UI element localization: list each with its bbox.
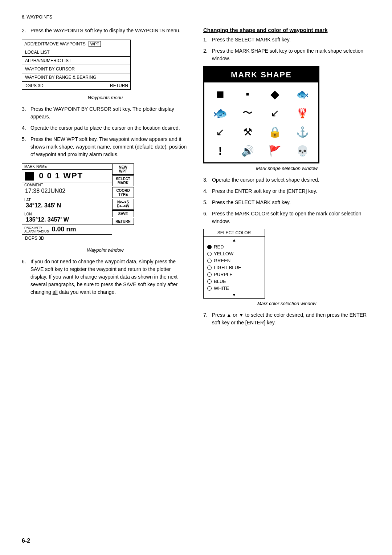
mark-name-row: MARK NAME	[22, 164, 112, 170]
comment-label: COMMENT	[22, 182, 112, 187]
radio-white	[207, 286, 212, 291]
select-mark-btn[interactable]: SELECTMARK	[112, 175, 134, 186]
waypoints-menu-caption: Waypoints menu	[22, 95, 189, 100]
shape-icon-4: 🐟	[290, 86, 315, 102]
arrow-down: ▼	[204, 292, 265, 298]
page-header: 6. WAYPOINTS	[22, 15, 370, 20]
step-3: 3. Press the WAYPOINT BY CURSOR soft key…	[22, 105, 189, 121]
shape-icon-13: !	[208, 143, 233, 159]
shape-icon-2: ▪	[236, 86, 260, 102]
right-step-1: 1. Press the SELECT MARK soft key.	[203, 36, 370, 44]
lon-row: LON 135°12. 3457' W	[22, 210, 112, 224]
coord-type-btn[interactable]: COORDTYPE	[112, 187, 134, 198]
color-white: WHITE	[204, 285, 265, 292]
section-heading: Changing the shape and color of waypoint…	[203, 27, 370, 33]
color-green: GREEN	[204, 257, 265, 264]
color-yellow: YELLOW	[204, 250, 265, 257]
radio-yellow	[207, 252, 212, 256]
arrow-up: ▲	[204, 237, 265, 243]
shape-icon-16: 💀	[290, 143, 315, 159]
menu-item-alpha: ALPHA/NUMERIC LIST	[22, 57, 130, 65]
color-blue: BLUE	[204, 278, 265, 285]
color-red: RED	[204, 243, 265, 250]
radio-light-blue	[207, 266, 212, 270]
menu-item-local-list: LOCAL LIST	[22, 48, 130, 57]
waypoint-name: 0 0 1 WPT	[22, 170, 112, 182]
step-2: 2. Press the WAYPOINTS soft key to displ…	[22, 27, 189, 35]
step-5: 5. Press the NEW WPT soft key. The waypo…	[22, 135, 189, 158]
mark-shape-box: MARK SHAPE ■ ▪ ◆ 🐟 🐟 〜 ↙ 🦞 ↙ ⚒ 🔒 ⚓ !	[203, 66, 319, 163]
shape-icon-9: ↙	[208, 124, 233, 140]
color-light-blue: LIGHT BLUE	[204, 264, 265, 271]
right-step-3: 3. Operate the cursor pad to select shap…	[203, 176, 370, 184]
select-color-caption: Mark color selection window	[203, 301, 370, 306]
shape-icon-1: ■	[208, 86, 233, 102]
radio-purple	[207, 272, 212, 277]
proximity-row: PROXIMITYALARM RADIUS 0.00 nm	[22, 224, 112, 235]
wpt-footer: DGPS 3D	[22, 235, 112, 242]
mark-shape-title: MARK SHAPE	[204, 67, 318, 82]
shape-icon-5: 🐟	[208, 105, 233, 121]
mark-shape-grid: ■ ▪ ◆ 🐟 🐟 〜 ↙ 🦞 ↙ ⚒ 🔒 ⚓ ! 🔊 🚩 💀	[204, 82, 318, 162]
lat-row: LAT 34°12. 345' N	[22, 196, 112, 210]
menu-item-range: WAYPOINT BY RANGE & BEARING	[22, 73, 130, 82]
mark-shape-caption: Mark shape selection window	[203, 166, 370, 171]
menu-header: ADD/EDIT/MOVE WAYPOINTS WPT	[22, 40, 130, 48]
right-step-6: 6. Press the MARK COLOR soft key to open…	[203, 210, 370, 225]
ns-ew-btn[interactable]: N<-->SE<-->W	[112, 199, 134, 210]
shape-icon-15: 🚩	[263, 143, 287, 159]
return-btn[interactable]: RETURN	[112, 218, 134, 225]
right-step-7: 7. Press ▲ or ▼ to select the color desi…	[203, 311, 370, 327]
shape-icon-12: ⚓	[290, 124, 315, 140]
shape-icon-11: 🔒	[263, 124, 287, 140]
shape-icon-7: ↙	[263, 105, 287, 121]
radio-red	[207, 245, 212, 249]
shape-icon-14: 🔊	[236, 143, 260, 159]
right-column: Changing the shape and color of waypoint…	[203, 27, 370, 330]
waypoints-menu-box: ADD/EDIT/MOVE WAYPOINTS WPT LOCAL LIST A…	[22, 40, 131, 90]
save-btn[interactable]: SAVE	[112, 210, 134, 217]
shape-icon-10: ⚒	[236, 124, 260, 140]
right-step-2: 2. Press the MARK SHAPE soft key to open…	[203, 47, 370, 62]
right-step-4: 4. Press the ENTER soft key or the [ENTE…	[203, 187, 370, 195]
menu-footer: DGPS 3D RETURN	[22, 82, 130, 89]
shape-icon-6: 〜	[236, 105, 260, 121]
step-4: 4. Operate the cursor pad to place the c…	[22, 124, 189, 132]
shape-icon-3: ◆	[263, 86, 287, 102]
select-color-box: SELECT COLOR ▲ RED YELLOW GREEN LIGHT BL…	[203, 229, 265, 299]
shape-icon-8: 🦞	[290, 105, 315, 121]
new-wpt-btn[interactable]: NEWWPT	[112, 164, 134, 175]
waypoint-window-caption: Waypoint window	[22, 247, 189, 253]
soft-buttons: NEWWPT SELECTMARK COORDTYPE N<-->SE<-->W…	[112, 164, 134, 242]
left-column: 2. Press the WAYPOINTS soft key to displ…	[22, 27, 189, 300]
waypoint-window: MARK NAME 0 0 1 WPT COMMENT 17:38 02JUN0…	[22, 163, 134, 242]
radio-green	[207, 259, 212, 263]
color-purple: PURPLE	[204, 271, 265, 278]
step-6: 6. If you do not need to change the wayp…	[22, 258, 189, 296]
right-step-5: 5. Press the SELECT MARK soft key.	[203, 199, 370, 206]
select-color-title: SELECT COLOR	[204, 229, 265, 237]
page-number: 6-2	[22, 538, 30, 544]
comment-value: 17:38 02JUN02	[22, 187, 112, 196]
menu-item-cursor: WAYPOINT BY CURSOR	[22, 65, 130, 73]
radio-blue	[207, 279, 212, 284]
